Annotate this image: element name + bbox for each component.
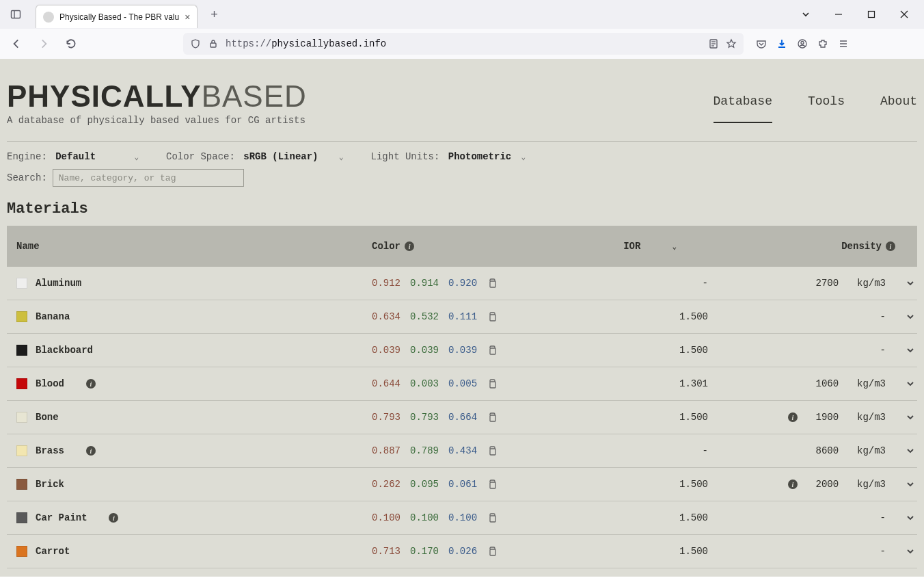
window-controls (790, 3, 920, 25)
col-color[interactable]: Colori (362, 241, 581, 252)
density-value: 2700 kg/m3 (718, 278, 895, 289)
density-value: - (718, 311, 895, 322)
favicon-icon (43, 12, 54, 23)
col-density[interactable]: Densityi (718, 241, 895, 252)
copy-icon[interactable] (487, 412, 498, 423)
info-icon[interactable]: i (788, 480, 798, 489)
copy-icon[interactable] (487, 378, 498, 389)
material-name: Brass (36, 445, 64, 456)
url-text: https://physicallybased.info (226, 38, 386, 49)
color-values: 0.0390.0390.039 (362, 345, 581, 356)
ior-value: - (581, 278, 718, 289)
copy-icon[interactable] (487, 479, 498, 490)
expand-row-icon[interactable] (895, 479, 923, 490)
ior-value: 1.500 (581, 512, 718, 523)
table-row[interactable]: Bone0.7930.7930.6641.500i 1900 kg/m3 (7, 401, 917, 434)
expand-row-icon[interactable] (895, 546, 923, 557)
reader-mode-icon[interactable] (708, 38, 719, 49)
expand-row-icon[interactable] (895, 445, 923, 456)
color-swatch (16, 345, 27, 356)
copy-icon[interactable] (487, 546, 498, 557)
sidebar-toggle-icon[interactable] (4, 4, 27, 25)
pocket-icon[interactable] (756, 38, 767, 49)
density-value: - (718, 546, 895, 557)
table-row[interactable]: Aluminum0.9120.9140.920-2700 kg/m3 (7, 267, 917, 300)
back-button[interactable] (5, 33, 27, 55)
color-values: 0.2620.0950.061 (362, 479, 581, 490)
nav-about[interactable]: About (880, 94, 917, 123)
copy-icon[interactable] (487, 278, 498, 289)
ior-value: 1.500 (581, 546, 718, 557)
table-row[interactable]: Brass i0.8870.7890.434-8600 kg/m3 (7, 434, 917, 468)
info-icon[interactable]: i (86, 379, 96, 389)
tabs-dropdown-icon[interactable] (790, 3, 821, 25)
svg-rect-3 (869, 12, 875, 18)
copy-icon[interactable] (487, 512, 498, 523)
color-values: 0.9120.9140.920 (362, 278, 581, 289)
shield-icon[interactable] (190, 38, 201, 49)
tab-close-icon[interactable]: × (185, 12, 190, 23)
table-row[interactable]: Banana0.6340.5320.1111.500- (7, 300, 917, 334)
ior-value: 1.500 (581, 345, 718, 356)
col-name[interactable]: Name (7, 241, 362, 252)
lightunits-selector[interactable]: Light Units: Photometric ⌄ (371, 151, 526, 162)
window-minimize-icon[interactable] (823, 3, 854, 25)
nav-database[interactable]: Database (714, 94, 772, 123)
svg-point-12 (801, 42, 804, 44)
materials-table: Name Colori IOR⌄ Densityi Aluminum0.9120… (7, 226, 917, 568)
expand-row-icon[interactable] (895, 412, 923, 423)
nav-tools[interactable]: Tools (808, 94, 845, 123)
chevron-down-icon: ⌄ (521, 153, 526, 161)
info-icon[interactable]: i (788, 412, 798, 422)
address-bar[interactable]: https://physicallybased.info (183, 33, 744, 55)
color-values: 0.1000.1000.100 (362, 512, 581, 523)
density-value: 1060 kg/m3 (718, 378, 895, 389)
copy-icon[interactable] (487, 345, 498, 356)
tab-bar: Physically Based - The PBR valu × + (0, 0, 924, 29)
search-input[interactable] (53, 169, 244, 187)
app-menu-icon[interactable] (838, 38, 849, 49)
ior-value: 1.500 (581, 412, 718, 423)
table-row[interactable]: Car Paint i0.1000.1000.1001.500- (7, 501, 917, 535)
material-name: Bone (36, 412, 59, 423)
ior-value: 1.301 (581, 378, 718, 389)
copy-icon[interactable] (487, 311, 498, 322)
browser-tab[interactable]: Physically Based - The PBR valu × (36, 5, 198, 28)
expand-row-icon[interactable] (895, 278, 923, 289)
new-tab-button[interactable]: + (204, 5, 223, 24)
info-icon[interactable]: i (109, 513, 118, 523)
table-row[interactable]: Carrot0.7130.1700.0261.500- (7, 535, 917, 568)
window-maximize-icon[interactable] (856, 3, 887, 25)
expand-row-icon[interactable] (895, 512, 923, 523)
lock-icon[interactable] (208, 38, 219, 49)
bookmark-icon[interactable] (726, 38, 737, 49)
info-icon[interactable]: i (405, 241, 414, 251)
material-name: Blackboard (36, 345, 93, 356)
col-ior[interactable]: IOR⌄ (581, 241, 718, 252)
account-icon[interactable] (797, 38, 808, 49)
extensions-icon[interactable] (817, 38, 828, 49)
expand-row-icon[interactable] (895, 311, 923, 322)
table-row[interactable]: Brick0.2620.0950.0611.500i 2000 kg/m3 (7, 468, 917, 501)
color-swatch (16, 546, 27, 557)
expand-row-icon[interactable] (895, 345, 923, 356)
info-icon[interactable]: i (886, 241, 895, 251)
svg-rect-19 (490, 382, 495, 388)
svg-rect-21 (490, 449, 495, 455)
copy-icon[interactable] (487, 445, 498, 456)
table-row[interactable]: Blackboard0.0390.0390.0391.500- (7, 334, 917, 367)
colorspace-selector[interactable]: Color Space: sRGB (Linear) ⌄ (166, 151, 343, 162)
color-swatch (16, 278, 27, 289)
downloads-icon[interactable] (776, 38, 787, 49)
table-header: Name Colori IOR⌄ Densityi (7, 226, 917, 267)
info-icon[interactable]: i (86, 446, 96, 456)
color-values: 0.8870.7890.434 (362, 445, 581, 456)
window-close-icon[interactable] (888, 3, 920, 25)
material-name: Banana (36, 311, 70, 322)
engine-selector[interactable]: Engine: Default ⌄ (7, 151, 139, 162)
svg-rect-17 (490, 315, 495, 321)
expand-row-icon[interactable] (895, 378, 923, 389)
density-value: i 1900 kg/m3 (718, 412, 895, 423)
reload-button[interactable] (60, 33, 82, 55)
table-row[interactable]: Blood i0.6440.0030.0051.3011060 kg/m3 (7, 367, 917, 401)
